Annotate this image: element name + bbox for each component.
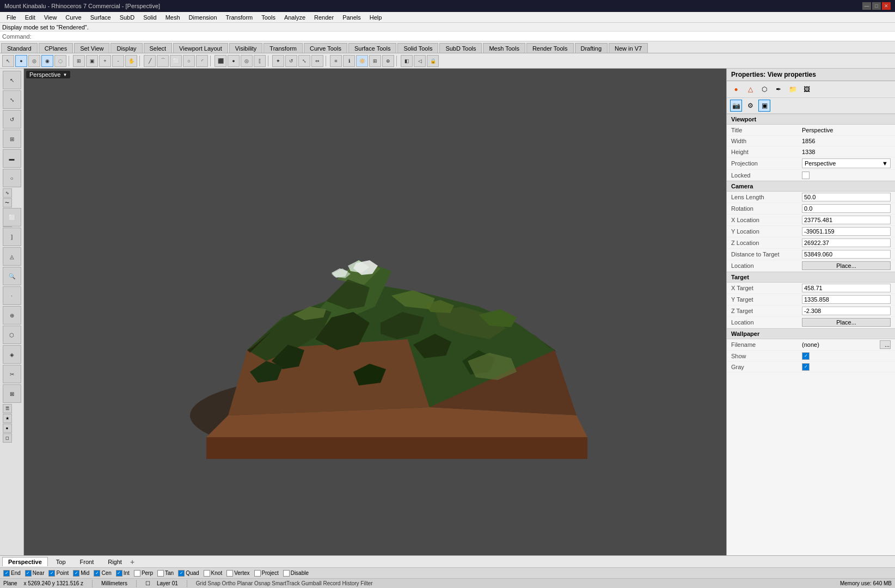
minimize-button[interactable]: — bbox=[862, 2, 871, 10]
tab-mesh-tools[interactable]: Mesh Tools bbox=[483, 43, 525, 53]
tab-select[interactable]: Select bbox=[144, 43, 173, 53]
snap-knot-checkbox[interactable] bbox=[204, 570, 210, 577]
snap-disable-checkbox[interactable] bbox=[283, 570, 290, 577]
tb-move-btn[interactable]: ✦ bbox=[272, 55, 284, 67]
lt-bool-btn[interactable]: ⊠ bbox=[3, 384, 21, 403]
snap-tan-checkbox[interactable] bbox=[157, 570, 164, 577]
tab-visibility[interactable]: Visibility bbox=[229, 43, 263, 53]
z-location-input[interactable] bbox=[802, 238, 891, 247]
wallpaper-browse-button[interactable]: ... bbox=[880, 340, 891, 349]
tab-display[interactable]: Display bbox=[111, 43, 142, 53]
tb-extrude-btn[interactable]: ⟦ bbox=[254, 55, 266, 67]
menu-surface[interactable]: Surface bbox=[86, 13, 115, 22]
lt-rotate-btn[interactable]: ↺ bbox=[3, 110, 21, 128]
tab-solid-tools[interactable]: Solid Tools bbox=[397, 43, 438, 53]
lt-point-btn[interactable]: · bbox=[3, 286, 21, 305]
tb-grid-btn[interactable]: ⊞ bbox=[369, 55, 381, 67]
viewport-dropdown-arrow[interactable]: ▼ bbox=[63, 72, 67, 77]
subd-icon[interactable]: ⬡ bbox=[758, 83, 770, 95]
tb-display-mode-btn[interactable]: 🔆 bbox=[356, 55, 368, 67]
object-props-icon[interactable]: ● bbox=[730, 83, 742, 95]
snap-mid-checkbox[interactable]: ✓ bbox=[73, 570, 79, 577]
tab-subd-tools[interactable]: SubD Tools bbox=[439, 43, 482, 53]
wallpaper-gray-checkbox[interactable]: ✓ bbox=[802, 363, 810, 371]
material-icon[interactable]: △ bbox=[744, 83, 756, 95]
tb-zoom-sel-btn[interactable]: ▣ bbox=[86, 55, 98, 67]
tb-circle-btn[interactable]: ○ bbox=[183, 55, 195, 67]
lt-subd-btn[interactable]: ⬡ bbox=[3, 326, 21, 344]
lt-extrude-btn[interactable]: ⟧ bbox=[3, 228, 21, 246]
target-place-button[interactable]: Place... bbox=[802, 318, 891, 327]
lt-mesh-btn[interactable]: ◬ bbox=[3, 247, 21, 266]
tb-snap-btn[interactable]: ⊕ bbox=[382, 55, 394, 67]
tb-rotate-btn[interactable]: ↺ bbox=[285, 55, 297, 67]
viewport-tab-front[interactable]: Front bbox=[74, 557, 100, 566]
lens-length-input[interactable] bbox=[802, 193, 891, 201]
tab-transform[interactable]: Transform bbox=[263, 43, 303, 53]
lt-zoom-btn[interactable]: 🔍 bbox=[3, 267, 21, 285]
tab-render-tools[interactable]: Render Tools bbox=[526, 43, 574, 53]
tb-scale-btn[interactable]: ⤡ bbox=[298, 55, 310, 67]
tb-hide-btn[interactable]: ◁ bbox=[414, 55, 426, 67]
tab-drafting[interactable]: Drafting bbox=[575, 43, 608, 53]
tb-props-btn[interactable]: ℹ bbox=[343, 55, 355, 67]
dist-target-input[interactable] bbox=[802, 250, 891, 259]
tb-render-btn[interactable]: ◉ bbox=[41, 55, 53, 67]
menu-panels[interactable]: Panels bbox=[338, 13, 365, 22]
menu-mesh[interactable]: Mesh bbox=[161, 13, 185, 22]
menu-dimension[interactable]: Dimension bbox=[185, 13, 222, 22]
menu-transform[interactable]: Transform bbox=[222, 13, 258, 22]
lt-add-btn[interactable]: ⊕ bbox=[3, 306, 21, 324]
menu-tools[interactable]: Tools bbox=[257, 13, 280, 22]
lt-select-btn[interactable]: ↖ bbox=[3, 71, 21, 89]
tb-zoom-in-btn[interactable]: + bbox=[99, 55, 111, 67]
x-target-input[interactable] bbox=[802, 284, 891, 292]
snap-quad-checkbox[interactable]: ✓ bbox=[178, 570, 185, 577]
menu-solid[interactable]: Solid bbox=[139, 13, 161, 22]
tb-cyl-btn[interactable]: ◎ bbox=[241, 55, 253, 67]
lt-star-btn[interactable]: ★ bbox=[3, 414, 12, 423]
tb-wire-btn[interactable]: ◎ bbox=[28, 55, 40, 67]
add-viewport-button[interactable]: + bbox=[130, 558, 134, 566]
lt-select2-btn[interactable]: ⤡ bbox=[3, 90, 21, 109]
lt-dot-btn[interactable]: ● bbox=[3, 424, 12, 433]
menu-view[interactable]: View bbox=[40, 13, 62, 22]
settings-icon[interactable]: ⚙ bbox=[744, 100, 756, 112]
lt-box-btn[interactable]: ⬜ bbox=[3, 208, 21, 226]
texture-icon[interactable]: 🖼 bbox=[801, 83, 813, 95]
tb-rect-btn[interactable]: ⬜ bbox=[170, 55, 182, 67]
tab-new-v7[interactable]: New in V7 bbox=[609, 43, 648, 53]
tab-curve-tools[interactable]: Curve Tools bbox=[304, 43, 347, 53]
tb-layer-btn[interactable]: ≡ bbox=[330, 55, 342, 67]
tab-setview[interactable]: Set View bbox=[74, 43, 109, 53]
viewport-tab-right[interactable]: Right bbox=[102, 557, 128, 566]
z-target-input[interactable] bbox=[802, 307, 891, 315]
snap-int-checkbox[interactable]: ✓ bbox=[116, 570, 122, 577]
snap-point-checkbox[interactable]: ✓ bbox=[48, 570, 55, 577]
lt-curve-btn[interactable]: ∿ bbox=[3, 188, 12, 198]
y-location-input[interactable] bbox=[802, 227, 891, 236]
tb-polyline-btn[interactable]: ⌒ bbox=[157, 55, 169, 67]
tab-surface-tools[interactable]: Surface Tools bbox=[348, 43, 396, 53]
tb-lock-btn[interactable]: 🔒 bbox=[427, 55, 439, 67]
tab-cplanes[interactable]: CPlanes bbox=[39, 43, 73, 53]
tb-sphere-btn[interactable]: ● bbox=[228, 55, 240, 67]
tb-select-btn[interactable]: ↖ bbox=[2, 55, 14, 67]
snap-perp-checkbox[interactable] bbox=[134, 570, 140, 577]
lt-grid-btn[interactable]: ☰ bbox=[3, 404, 12, 413]
lt-rect-btn[interactable]: ▬ bbox=[3, 149, 21, 168]
lt-surface-btn[interactable]: ◈ bbox=[3, 345, 21, 364]
snap-end-checkbox[interactable]: ✓ bbox=[3, 570, 10, 577]
tab-viewport-layout[interactable]: Viewport Layout bbox=[173, 43, 228, 53]
menu-curve[interactable]: Curve bbox=[61, 13, 85, 22]
folder-icon[interactable]: 📁 bbox=[787, 83, 799, 95]
camera-icon[interactable]: 📷 bbox=[730, 100, 742, 112]
y-target-input[interactable] bbox=[802, 295, 891, 304]
menu-analyze[interactable]: Analyze bbox=[280, 13, 310, 22]
viewport[interactable]: Perspective ▼ bbox=[24, 69, 726, 555]
tb-pan-btn[interactable]: ✋ bbox=[125, 55, 137, 67]
tb-line-btn[interactable]: ╱ bbox=[144, 55, 156, 67]
tab-standard[interactable]: Standard bbox=[1, 43, 38, 53]
x-location-input[interactable] bbox=[802, 216, 891, 224]
lt-freeform-btn[interactable]: 〜 bbox=[3, 198, 12, 207]
